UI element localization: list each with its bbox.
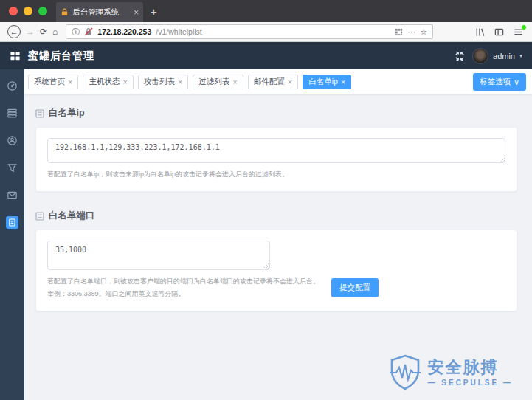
user-caret-icon: ▾ — [519, 52, 522, 59]
avatar — [472, 48, 488, 64]
update-badge — [522, 25, 526, 30]
app-header: 蜜罐后台管理 admin ▾ — [0, 42, 532, 69]
port-footer: 若配置了白名单端口，则被攻击客户端的目的端口为白名单端口的攻击记录将不会进入后台… — [47, 270, 505, 300]
screenshot-grid-icon[interactable] — [395, 28, 403, 36]
secpulse-shield-icon — [389, 354, 421, 391]
tag-attack-list[interactable]: 攻击列表 × — [138, 75, 188, 89]
whitelist-ip-textarea[interactable]: 192.168.1.1,129.333.223.1,172.168.1.1 — [47, 138, 505, 163]
whitelist-port-textarea[interactable]: 35,1000 — [47, 241, 270, 270]
tag-system-home[interactable]: 系统首页 × — [28, 75, 78, 89]
window-minimize-button[interactable] — [24, 7, 32, 15]
window-controls — [0, 0, 56, 22]
whitelist-port-section-title: 白名单端口 — [35, 210, 517, 222]
tag-close-icon[interactable]: × — [288, 77, 292, 86]
tag-close-icon[interactable]: × — [232, 77, 237, 86]
filter-list-icon[interactable] — [7, 162, 18, 173]
back-button[interactable]: ← — [7, 25, 21, 38]
site-info-icon[interactable]: ⓘ — [72, 27, 80, 38]
fullscreen-icon[interactable] — [455, 51, 465, 61]
whitelist-ip-card: 192.168.1.1,129.333.223.1,172.168.1.1 若配… — [35, 127, 517, 192]
reload-button[interactable]: ⟳ — [40, 27, 47, 36]
browser-tab-title: 后台管理系统 — [72, 7, 130, 18]
main-area: 系统首页 × 主机状态 × 攻击列表 × 过滤列表 × 邮件配置 × 白名单ip… — [24, 69, 532, 400]
tags-bar: 系统首页 × 主机状态 × 攻击列表 × 过滤列表 × 邮件配置 × 白名单ip… — [24, 69, 532, 94]
chevron-down-icon: ∨ — [514, 77, 519, 86]
address-bar[interactable]: ⓘ 172.18.220.253/v1/whiteiplist ⋯ ☆ — [66, 24, 433, 39]
app-body: 系统首页 × 主机状态 × 攻击列表 × 过滤列表 × 邮件配置 × 白名单ip… — [0, 69, 532, 400]
window-zoom-button[interactable] — [38, 7, 47, 15]
tag-host-status[interactable]: 主机状态 × — [83, 75, 133, 89]
lock-favicon-icon — [61, 8, 69, 16]
port-help-line1: 若配置了白名单端口，则被攻击客户端的目的端口为白名单端口的攻击记录将不会进入后台… — [47, 275, 319, 288]
port-help-line2: 举例：3306,3389。端口之间用英文逗号分隔。 — [47, 288, 319, 300]
host-status-icon[interactable] — [7, 107, 18, 119]
tag-close-icon[interactable]: × — [341, 77, 345, 86]
menu-grid-icon[interactable] — [10, 50, 21, 61]
whitelist-ip-help: 若配置了白名单ip，则攻击来源ip为白名单ip的攻击记录将会进入后台的过滤列表。 — [47, 168, 505, 181]
browser-tab[interactable]: 后台管理系统 × — [56, 2, 143, 22]
tag-close-icon[interactable]: × — [122, 77, 127, 86]
username: admin — [493, 52, 515, 61]
tag-close-icon[interactable]: × — [178, 77, 182, 86]
browser-titlebar: 后台管理系统 × + — [0, 0, 532, 22]
whitelist-icon[interactable] — [6, 216, 18, 229]
new-tab-button[interactable]: + — [143, 0, 165, 22]
url-path: /v1/whiteiplist — [156, 27, 201, 36]
tag-mail-config[interactable]: 邮件配置 × — [248, 75, 298, 89]
insecure-lock-icon — [84, 27, 93, 36]
submit-config-button[interactable]: 提交配置 — [331, 278, 379, 297]
whitelist-port-help: 若配置了白名单端口，则被攻击客户端的目的端口为白名单端口的攻击记录将不会进入后台… — [47, 275, 319, 300]
watermark-cn-text: 安全脉搏 — [428, 359, 513, 376]
window-close-button[interactable] — [9, 7, 18, 15]
toolbar-icons — [475, 27, 525, 37]
app-title: 蜜罐后台管理 — [28, 49, 94, 63]
page-actions-icon[interactable]: ⋯ — [407, 27, 415, 37]
tag-whitelist-ip[interactable]: 白名单ip × — [303, 75, 351, 89]
user-menu[interactable]: admin ▾ — [472, 48, 522, 64]
home-button[interactable]: ⌂ — [52, 27, 58, 36]
list-icon — [35, 212, 44, 221]
bookmark-star-icon[interactable]: ☆ — [420, 27, 427, 37]
tag-close-icon[interactable]: × — [68, 77, 72, 86]
mail-config-icon[interactable] — [7, 189, 18, 201]
dashboard-icon[interactable] — [7, 80, 18, 92]
tag-filter-list[interactable]: 过滤列表 × — [193, 75, 243, 89]
forward-button[interactable]: → — [26, 27, 35, 36]
watermark-en-text: — SECPULSE — — [428, 379, 513, 387]
attack-list-icon[interactable] — [7, 134, 18, 146]
list-icon — [35, 109, 44, 118]
content: 白名单ip 192.168.1.1,129.333.223.1,172.168.… — [24, 94, 532, 400]
whitelist-port-card: 35,1000 若配置了白名单端口，则被攻击客户端的目的端口为白名单端口的攻击记… — [35, 230, 517, 311]
menu-button[interactable] — [514, 27, 523, 37]
browser-navbar: ← → ⟳ ⌂ ⓘ 172.18.220.253/v1/whiteiplist … — [0, 22, 532, 42]
sidebar-toggle-icon[interactable] — [494, 27, 504, 37]
url-host: 172.18.220.253 — [97, 27, 151, 36]
secpulse-watermark: 安全脉搏 — SECPULSE — — [389, 354, 513, 391]
tab-close-icon[interactable]: × — [134, 7, 139, 18]
library-icon[interactable] — [475, 27, 485, 37]
sidebar — [0, 69, 24, 400]
whitelist-ip-section-title: 白名单ip — [35, 107, 517, 120]
tag-options-button[interactable]: 标签选项 ∨ — [473, 73, 526, 91]
